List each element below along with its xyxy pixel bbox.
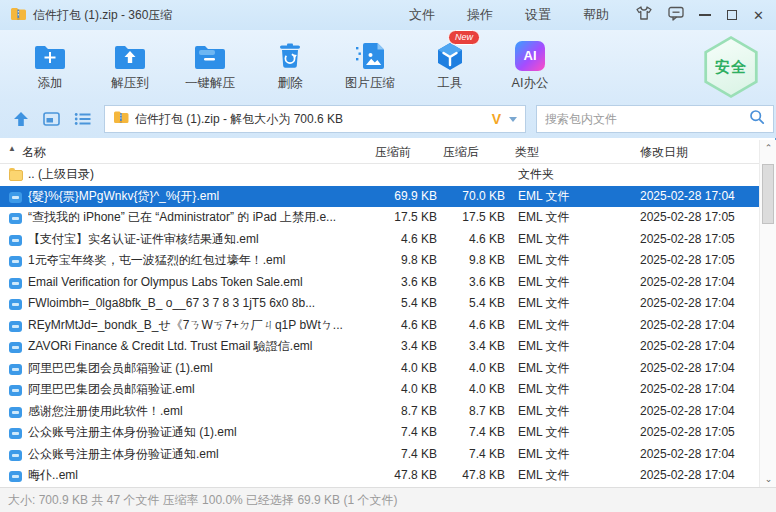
file-before: 8.7 KB (350, 401, 437, 423)
file-before: 7.4 KB (350, 444, 437, 466)
add-button[interactable]: 添加 (10, 39, 90, 92)
menu-file[interactable]: 文件 (393, 0, 451, 30)
sort-ascending-icon[interactable]: ▲ (8, 144, 16, 153)
folder-icon (9, 170, 23, 181)
file-name: 感谢您注册使用此软件！.eml (28, 401, 356, 423)
eml-file-icon (9, 192, 22, 203)
one-click-extract-button[interactable]: 一键解压 (170, 39, 250, 92)
up-directory-icon[interactable] (12, 110, 30, 128)
file-row[interactable]: 阿里巴巴集团会员邮箱验证 (1).eml4.0 KB4.0 KBEML 文件20… (0, 358, 759, 380)
file-type: EML 文件 (518, 229, 633, 251)
file-type: EML 文件 (518, 401, 633, 423)
file-date: 2025-02-28 17:04 (640, 358, 756, 380)
extract-to-button[interactable]: 解压到 (90, 39, 170, 92)
file-before: 47.8 KB (350, 465, 437, 487)
address-bar[interactable]: 信件打包 (1).zip - 解包大小为 700.6 KB V (104, 105, 526, 133)
file-name: REyMrMtJd=_bondk_B_せ《7ㄋWㄎ7+ㄉ厂ㄐq1P bWtㄅ..… (28, 315, 356, 337)
search-input[interactable] (545, 112, 749, 126)
header-date[interactable]: 修改日期 (640, 144, 688, 161)
file-name: 阿里巴巴集团会员邮箱验证.eml (28, 379, 356, 401)
chevron-down-icon[interactable] (509, 117, 517, 122)
vertical-scrollbar[interactable]: ⌃ ⌄ (759, 140, 776, 487)
scrollbar-thumb[interactable] (762, 164, 774, 224)
app-window: 信件打包 (1).zip - 360压缩 文件 操作 设置 帮助 ✕ 添 (0, 0, 776, 512)
file-name: 晦仆..eml (28, 465, 356, 487)
header-size-before[interactable]: 压缩前 (375, 144, 411, 161)
file-type: EML 文件 (518, 336, 633, 358)
file-before: 4.0 KB (350, 358, 437, 380)
status-text: 大小: 700.9 KB 共 47 个文件 压缩率 100.0% 已经选择 69… (8, 493, 397, 507)
file-after: 70.0 KB (437, 186, 505, 208)
file-row[interactable]: {髮}%{票}MPgWnkv{贷}^_%{开}.eml69.9 KB70.0 K… (0, 186, 759, 208)
file-name: ZAVORi Finance & Credit Ltd. Trust Email… (28, 336, 356, 358)
file-after: 7.4 KB (437, 422, 505, 444)
maximize-button[interactable] (727, 10, 737, 20)
header-name[interactable]: 名称 (22, 144, 46, 161)
eml-file-icon (9, 471, 22, 482)
file-list: .. (上级目录)文件夹{髮}%{票}MPgWnkv{贷}^_%{开}.eml6… (0, 164, 759, 487)
navigation-bar: 信件打包 (1).zip - 解包大小为 700.6 KB V (0, 100, 776, 138)
new-badge: New (448, 30, 480, 45)
delete-button[interactable]: 删除 (250, 39, 330, 92)
file-row[interactable]: “查找我的 iPhone” 已在 “Administrator” 的 iPad … (0, 207, 759, 229)
file-row[interactable]: 感谢您注册使用此软件！.eml8.7 KB8.7 KBEML 文件2025-02… (0, 401, 759, 423)
menu-help[interactable]: 帮助 (567, 0, 625, 30)
theme-shirt-icon[interactable] (635, 5, 653, 25)
menu-settings[interactable]: 设置 (509, 0, 567, 30)
status-bar: 大小: 700.9 KB 共 47 个文件 压缩率 100.0% 已经选择 69… (0, 487, 776, 512)
file-date: 2025-02-28 17:04 (640, 293, 756, 315)
ai-office-button[interactable]: AI AI办公 (490, 39, 570, 92)
file-before: 7.4 KB (350, 422, 437, 444)
eml-file-icon (9, 428, 22, 439)
minimize-button[interactable] (699, 14, 711, 16)
file-row[interactable]: 晦仆..eml47.8 KB47.8 KBEML 文件2025-02-28 17… (0, 465, 759, 487)
feedback-icon[interactable] (667, 5, 685, 25)
file-row[interactable]: 【支付宝】实名认证-证件审核结果通知.eml4.6 KB4.6 KBEML 文件… (0, 229, 759, 251)
menu-actions[interactable]: 操作 (451, 0, 509, 30)
file-date: 2025-02-28 17:04 (640, 272, 756, 294)
toolbar: 添加 解压到 一键解压 删除 图片压缩 New (0, 30, 776, 100)
file-row[interactable]: ZAVORi Finance & Credit Ltd. Trust Email… (0, 336, 759, 358)
preview-view-icon[interactable] (42, 110, 61, 128)
file-row[interactable]: 公众账号注册主体身份验证通知 (1).eml7.4 KB7.4 KBEML 文件… (0, 422, 759, 444)
file-after: 47.8 KB (437, 465, 505, 487)
file-after: 9.8 KB (437, 250, 505, 272)
file-type: EML 文件 (518, 465, 633, 487)
list-view-icon[interactable] (73, 110, 92, 128)
file-row[interactable]: FWloimbh=_0lga8bfk_B_ o__67 3 7 8 3 1jT5… (0, 293, 759, 315)
one-click-extract-icon (193, 39, 227, 71)
file-type: EML 文件 (518, 444, 633, 466)
header-size-after[interactable]: 压缩后 (443, 144, 479, 161)
file-type: EML 文件 (518, 358, 633, 380)
add-label: 添加 (38, 75, 63, 92)
file-before: 9.8 KB (350, 250, 437, 272)
image-compress-button[interactable]: 图片压缩 (330, 39, 410, 92)
file-name: FWloimbh=_0lga8bfk_B_ o__67 3 7 8 3 1jT5… (28, 293, 356, 315)
file-row[interactable]: REyMrMtJd=_bondk_B_せ《7ㄋWㄎ7+ㄉ厂ㄐq1P bWtㄅ..… (0, 315, 759, 337)
header-type[interactable]: 类型 (515, 144, 539, 161)
v-badge-icon: V (492, 111, 501, 127)
scroll-down-icon[interactable]: ⌄ (760, 471, 776, 487)
file-name: 公众账号注册主体身份验证通知.eml (28, 444, 356, 466)
file-row[interactable]: 1元夺宝年终奖，屯一波猛烈的红包过壕年！.eml9.8 KB9.8 KBEML … (0, 250, 759, 272)
scroll-up-icon[interactable]: ⌃ (760, 140, 776, 156)
close-button[interactable]: ✕ (753, 9, 764, 22)
eml-file-icon (9, 321, 22, 332)
file-row[interactable]: .. (上级目录)文件夹 (0, 164, 759, 186)
eml-file-icon (9, 213, 22, 224)
menu-bar: 文件 操作 设置 帮助 (393, 0, 625, 30)
tools-button[interactable]: New 工具 (410, 39, 490, 92)
file-before: 4.0 KB (350, 379, 437, 401)
safety-shield-icon[interactable]: 安全 (702, 36, 760, 98)
file-type: EML 文件 (518, 293, 633, 315)
file-date: 2025-02-28 17:04 (640, 186, 756, 208)
file-row[interactable]: Email Verification for Olympus Labs Toke… (0, 272, 759, 294)
file-type: EML 文件 (518, 250, 633, 272)
file-row[interactable]: 公众账号注册主体身份验证通知.eml7.4 KB7.4 KBEML 文件2025… (0, 444, 759, 466)
file-type: EML 文件 (518, 207, 633, 229)
eml-file-icon (9, 364, 22, 375)
search-icon[interactable] (749, 109, 765, 129)
file-after: 4.0 KB (437, 379, 505, 401)
file-row[interactable]: 阿里巴巴集团会员邮箱验证.eml4.0 KB4.0 KBEML 文件2025-0… (0, 379, 759, 401)
file-type: EML 文件 (518, 379, 633, 401)
